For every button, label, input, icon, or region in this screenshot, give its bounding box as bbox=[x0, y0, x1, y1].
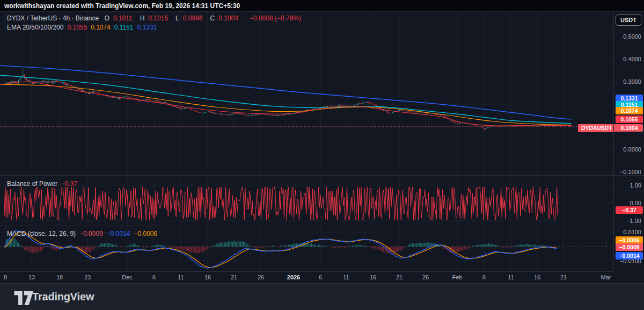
time-label-14: 21 bbox=[396, 272, 402, 283]
symbol-title: DYDX / TetherUS · 4h · Binance bbox=[7, 15, 99, 22]
ohlc-l: L0.0996 bbox=[175, 15, 206, 22]
macd-legend: MACD (close, 12, 26, 9)−0.0009−0.0014−0.… bbox=[7, 230, 165, 237]
price-axis[interactable]: USDT 0.50000.40000.30000.0000−0.10001.00… bbox=[613, 12, 644, 271]
bop-tick-2: −1.00 bbox=[626, 218, 641, 224]
pane-separator-1[interactable] bbox=[0, 175, 644, 176]
ohlc-o: O0.1011 bbox=[105, 15, 136, 22]
macd-chip-2: −0.0014 bbox=[616, 252, 643, 259]
time-label-3: 23 bbox=[84, 272, 91, 283]
time-axis[interactable]: 8131823Dec6111621262026611162126Feb61116… bbox=[0, 271, 613, 284]
macd-chip-1: −0.0009 bbox=[616, 243, 643, 251]
price-chip-3: 0.1055 bbox=[616, 116, 643, 123]
currency-toggle-button[interactable]: USDT bbox=[616, 15, 641, 26]
time-label-2: 18 bbox=[56, 272, 63, 283]
bop-value: −0.37 bbox=[61, 180, 77, 188]
tradingview-wordmark[interactable]: TradingView bbox=[32, 291, 94, 303]
price-tick-2: 0.3000 bbox=[623, 78, 641, 85]
attribution-text: workwithshayan created with TradingView.… bbox=[4, 2, 240, 10]
time-label-12: 11 bbox=[343, 272, 349, 283]
time-label-7: 16 bbox=[204, 272, 211, 283]
bop-title: Balance of Power bbox=[7, 180, 57, 188]
time-label-18: 11 bbox=[508, 272, 514, 283]
time-label-4: Dec bbox=[122, 272, 133, 283]
main-legend-row-2: EMA 20/50/100/2000.10550.10740.11510.133… bbox=[7, 24, 164, 31]
price-tick-3: 0.0000 bbox=[623, 146, 641, 153]
time-label-11: 6 bbox=[319, 272, 322, 283]
macd-tick-0: 0.0100 bbox=[623, 229, 641, 235]
ohlc-h: H0.1015 bbox=[140, 15, 172, 22]
pane-separator-2[interactable] bbox=[0, 226, 644, 226]
price-tick-4: −0.1000 bbox=[620, 169, 641, 175]
ema-value-3: 0.1331 bbox=[137, 24, 157, 31]
time-label-0: 8 bbox=[4, 272, 7, 283]
bop-chip-0: −0.37 bbox=[616, 206, 643, 214]
price-chip-2: 0.1074 bbox=[616, 107, 643, 114]
change-value: −0.0008 (−0.79%) bbox=[250, 15, 301, 22]
attribution-bar: workwithshayan created with TradingView.… bbox=[0, 0, 644, 12]
price-tick-1: 0.4000 bbox=[623, 56, 641, 62]
macd-value-2: −0.0006 bbox=[134, 230, 157, 237]
macd-value-1: −0.0014 bbox=[107, 230, 130, 237]
time-label-6: 11 bbox=[178, 272, 184, 283]
time-label-21: Mar bbox=[601, 272, 611, 283]
time-label-17: 6 bbox=[482, 272, 486, 283]
macd-values: −0.0009−0.0014−0.0006 bbox=[79, 230, 161, 237]
time-label-13: 16 bbox=[370, 272, 376, 283]
ema-value-0: 0.1055 bbox=[67, 24, 87, 31]
time-label-10: 2026 bbox=[287, 272, 300, 283]
footer-bar: TradingView bbox=[0, 283, 644, 310]
price-tick-0: 0.5000 bbox=[623, 33, 641, 40]
time-label-8: 21 bbox=[231, 272, 237, 283]
main-legend-row-1: DYDX / TetherUS · 4h · Binance O0.1011H0… bbox=[7, 15, 305, 22]
time-label-16: Feb bbox=[452, 272, 463, 283]
macd-title: MACD (close, 12, 26, 9) bbox=[7, 230, 76, 237]
ema-value-1: 0.1074 bbox=[91, 24, 111, 31]
ohlc-c: C0.1004 bbox=[210, 15, 241, 22]
price-chip-4: 0.1004 bbox=[616, 124, 643, 132]
ema-values: 0.10550.10740.11510.1331 bbox=[67, 24, 160, 31]
macd-value-0: −0.0009 bbox=[79, 230, 103, 237]
tradingview-snapshot: { "attribution": "workwithshayan created… bbox=[0, 0, 644, 310]
ohlc-values: O0.1011H0.1015L0.0996C0.1004 bbox=[105, 15, 246, 22]
bop-tick-0: 1.00 bbox=[630, 182, 641, 189]
time-label-15: 26 bbox=[422, 272, 429, 283]
time-label-9: 26 bbox=[258, 272, 264, 283]
bop-legend: Balance of Power−0.37 bbox=[7, 180, 81, 188]
ema-value-2: 0.1151 bbox=[114, 24, 134, 31]
ema-title: EMA 20/50/100/200 bbox=[7, 24, 63, 31]
time-label-5: 6 bbox=[152, 272, 156, 283]
time-label-1: 13 bbox=[28, 272, 35, 283]
time-label-19: 16 bbox=[534, 272, 540, 283]
symbol-price-tag: DYDXUSDT bbox=[578, 124, 616, 132]
bop-tick-1: 0.00 bbox=[630, 200, 641, 206]
macd-chip-0: −0.0006 bbox=[616, 236, 643, 244]
time-label-20: 21 bbox=[560, 272, 567, 283]
